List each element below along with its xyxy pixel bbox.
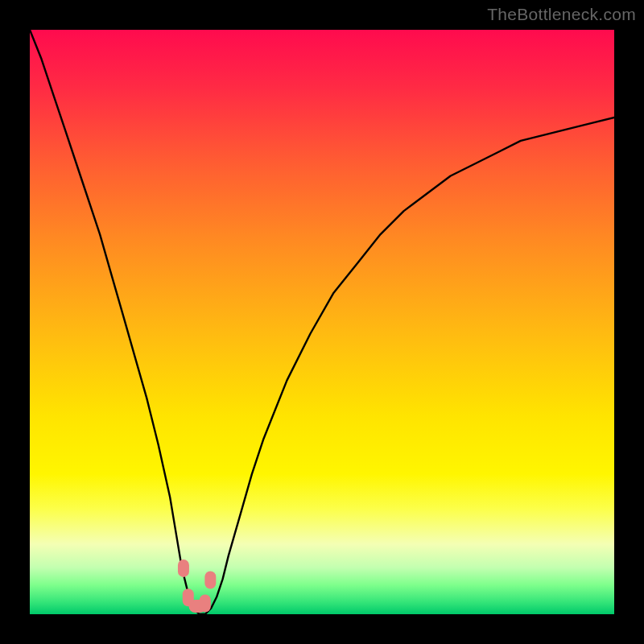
watermark-text: TheBottleneck.com — [487, 5, 636, 24]
gradient-plot-area — [30, 30, 614, 614]
svg-rect-0 — [188, 600, 206, 613]
chart-frame: TheBottleneck.com — [0, 0, 644, 644]
svg-rect-2 — [183, 588, 194, 606]
svg-rect-1 — [178, 559, 189, 577]
curve-svg — [30, 30, 614, 614]
minimum-markers — [178, 559, 216, 613]
svg-rect-3 — [200, 594, 211, 612]
svg-rect-4 — [204, 571, 216, 588]
bottleneck-curve — [30, 30, 614, 614]
